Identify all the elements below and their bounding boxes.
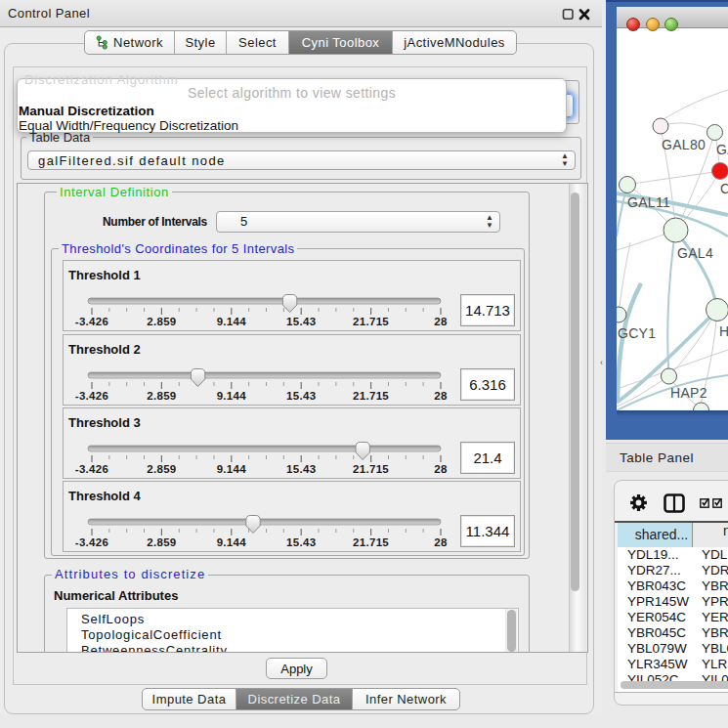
svg-text:GCY1: GCY1	[618, 325, 656, 341]
svg-text:2.859: 2.859	[147, 536, 176, 548]
svg-text:28: 28	[434, 316, 448, 327]
svg-text:HA: HA	[719, 323, 728, 339]
svg-text:15.43: 15.43	[286, 390, 316, 402]
svg-text:-3.426: -3.426	[75, 463, 108, 475]
svg-text:28: 28	[434, 536, 448, 548]
svg-text:2.859: 2.859	[147, 390, 176, 402]
svg-text:9.144: 9.144	[217, 536, 247, 548]
svg-text:GAL4: GAL4	[677, 245, 713, 261]
svg-text:15.43: 15.43	[286, 316, 316, 327]
svg-text:21.715: 21.715	[353, 390, 389, 402]
svg-text:9.144: 9.144	[217, 463, 247, 475]
svg-text:HAP2: HAP2	[670, 385, 707, 401]
svg-text:28: 28	[434, 390, 448, 402]
svg-text:2.859: 2.859	[147, 316, 176, 327]
svg-text:15.43: 15.43	[286, 463, 316, 475]
svg-text:2.859: 2.859	[147, 463, 176, 475]
svg-text:CY: CY	[720, 181, 728, 196]
svg-text:9.144: 9.144	[217, 316, 247, 327]
svg-text:GAL80: GAL80	[662, 137, 706, 152]
svg-text:9.144: 9.144	[217, 390, 247, 402]
svg-text:-3.426: -3.426	[75, 536, 108, 548]
svg-text:GAL11: GAL11	[627, 194, 670, 210]
svg-text:GA: GA	[716, 142, 728, 157]
svg-text:15.43: 15.43	[286, 536, 316, 548]
svg-text:-3.426: -3.426	[75, 390, 108, 402]
svg-text:21.715: 21.715	[353, 536, 389, 548]
svg-text:21.715: 21.715	[353, 463, 389, 475]
svg-text:21.715: 21.715	[353, 316, 389, 327]
svg-text:-3.426: -3.426	[75, 316, 108, 327]
svg-text:28: 28	[434, 463, 448, 475]
